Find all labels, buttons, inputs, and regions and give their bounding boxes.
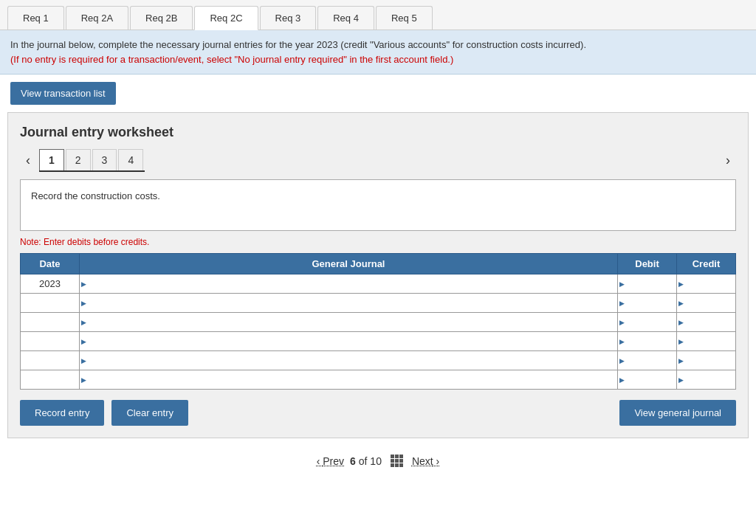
journal-cell-6[interactable] xyxy=(80,370,618,390)
description-text: Record the construction costs. xyxy=(31,190,160,201)
tab-req2b[interactable]: Req 2B xyxy=(130,6,193,30)
next-label: Next xyxy=(412,455,433,467)
journal-input-6[interactable] xyxy=(83,373,614,386)
col-header-debit: Debit xyxy=(618,254,677,274)
date-cell-4 xyxy=(21,332,80,351)
debit-input-5[interactable] xyxy=(621,354,673,367)
credit-cell-1[interactable] xyxy=(677,274,736,294)
journal-cell-1[interactable] xyxy=(80,274,618,294)
tab-req2a[interactable]: Req 2A xyxy=(66,6,128,30)
date-cell-2 xyxy=(21,294,80,313)
tabs-container: Req 1 Req 2A Req 2B Req 2C Req 3 Req 4 R… xyxy=(0,0,756,30)
credit-input-1[interactable] xyxy=(680,277,732,290)
journal-table: Date General Journal Debit Credit 2023 xyxy=(20,253,736,390)
view-general-journal-button[interactable]: View general journal xyxy=(619,400,736,426)
credit-cell-6[interactable] xyxy=(677,370,736,390)
journal-cell-4[interactable] xyxy=(80,332,618,351)
credit-input-2[interactable] xyxy=(680,297,732,309)
date-cell-6 xyxy=(21,370,80,390)
col-header-credit: Credit xyxy=(677,254,736,274)
page-separator: of xyxy=(359,455,371,467)
debit-cell-5[interactable] xyxy=(618,351,677,370)
journal-input-5[interactable] xyxy=(83,354,614,367)
date-cell-5 xyxy=(21,351,80,370)
next-page-button[interactable]: Next › xyxy=(412,455,439,467)
journal-cell-3[interactable] xyxy=(80,313,618,332)
tab-req3[interactable]: Req 3 xyxy=(260,6,317,30)
entry-num-3[interactable]: 3 xyxy=(92,149,117,170)
pagination: ‹ Prev 6 of 10 Next › xyxy=(0,446,756,476)
debit-input-1[interactable] xyxy=(621,277,673,290)
credit-input-4[interactable] xyxy=(680,335,732,348)
next-entry-button[interactable]: › xyxy=(720,150,736,171)
entry-navigation: ‹ 1 2 3 4 › xyxy=(20,149,736,172)
date-cell-1: 2023 xyxy=(21,274,80,294)
view-transaction-button[interactable]: View transaction list xyxy=(10,82,116,105)
total-pages: 10 xyxy=(370,455,382,467)
credit-cell-2[interactable] xyxy=(677,294,736,313)
table-row xyxy=(21,351,736,370)
entry-num-2[interactable]: 2 xyxy=(66,149,91,170)
debit-input-6[interactable] xyxy=(621,373,673,386)
note-text: Note: Enter debits before credits. xyxy=(20,237,736,247)
journal-cell-5[interactable] xyxy=(80,351,618,370)
table-row xyxy=(21,313,736,332)
record-entry-button[interactable]: Record entry xyxy=(20,400,104,426)
debit-cell-2[interactable] xyxy=(618,294,677,313)
entry-numbers: 1 2 3 4 xyxy=(39,149,145,172)
current-page: 6 xyxy=(350,455,356,467)
table-row: 2023 xyxy=(21,274,736,294)
journal-cell-2[interactable] xyxy=(80,294,618,313)
journal-input-1[interactable] xyxy=(83,277,614,290)
col-header-date: Date xyxy=(21,254,80,274)
debit-cell-6[interactable] xyxy=(618,370,677,390)
debit-input-2[interactable] xyxy=(621,297,673,309)
prev-page-button[interactable]: ‹ Prev xyxy=(317,455,344,467)
debit-input-3[interactable] xyxy=(621,316,673,328)
worksheet-container: Journal entry worksheet ‹ 1 2 3 4 › Reco… xyxy=(7,112,749,438)
date-cell-3 xyxy=(21,313,80,332)
table-row xyxy=(21,294,736,313)
description-box: Record the construction costs. xyxy=(20,179,736,231)
credit-input-6[interactable] xyxy=(680,373,732,386)
worksheet-title: Journal entry worksheet xyxy=(20,125,736,140)
instructions-box: In the journal below, complete the neces… xyxy=(0,30,756,75)
credit-cell-5[interactable] xyxy=(677,351,736,370)
clear-entry-button[interactable]: Clear entry xyxy=(111,400,188,426)
credit-cell-4[interactable] xyxy=(677,332,736,351)
entry-num-1[interactable]: 1 xyxy=(39,149,64,170)
debit-cell-3[interactable] xyxy=(618,313,677,332)
prev-label: Prev xyxy=(323,455,344,467)
table-row xyxy=(21,370,736,390)
entry-num-4[interactable]: 4 xyxy=(118,149,143,170)
instructions-sub: (If no entry is required for a transacti… xyxy=(10,54,453,65)
debit-input-4[interactable] xyxy=(621,335,673,348)
prev-entry-button[interactable]: ‹ xyxy=(20,150,36,171)
journal-input-3[interactable] xyxy=(83,316,614,328)
grid-icon[interactable] xyxy=(391,455,403,467)
journal-input-2[interactable] xyxy=(83,297,614,309)
tab-req2c[interactable]: Req 2C xyxy=(194,6,258,30)
tab-req4[interactable]: Req 4 xyxy=(317,6,374,30)
tab-req5[interactable]: Req 5 xyxy=(376,6,433,30)
journal-input-4[interactable] xyxy=(83,335,614,348)
debit-cell-4[interactable] xyxy=(618,332,677,351)
instructions-main: In the journal below, complete the neces… xyxy=(10,39,586,50)
credit-cell-3[interactable] xyxy=(677,313,736,332)
debit-cell-1[interactable] xyxy=(618,274,677,294)
credit-input-5[interactable] xyxy=(680,354,732,367)
credit-input-3[interactable] xyxy=(680,316,732,328)
page-info: 6 of 10 xyxy=(350,455,382,467)
tab-req1[interactable]: Req 1 xyxy=(7,6,64,30)
table-row xyxy=(21,332,736,351)
col-header-journal: General Journal xyxy=(80,254,618,274)
bottom-buttons: Record entry Clear entry View general jo… xyxy=(20,400,736,426)
